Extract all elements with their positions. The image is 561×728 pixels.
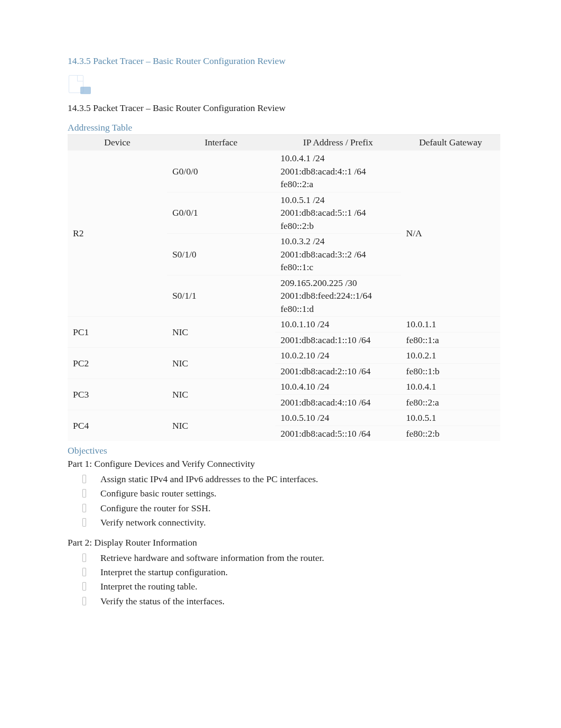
list-item: Interpret the routing table. — [68, 580, 500, 593]
iface-cell: S0/1/1 — [167, 275, 275, 317]
gateway-cell: 10.0.2.1 — [401, 348, 500, 364]
ip-cell: 10.0.1.10 /24 — [275, 317, 401, 333]
ip-cell: 2001:db8:acad:4::10 /64 — [275, 394, 401, 410]
ip-cell: 2001:db8:acad:1::10 /64 — [275, 332, 401, 348]
table-row: PC1 NIC 10.0.1.10 /24 10.0.1.1 — [68, 317, 500, 333]
iface-cell: NIC — [167, 317, 275, 348]
addressing-table-heading: Addressing Table — [68, 122, 500, 133]
ip-line: 2001:db8:acad:5::1 /64 — [280, 206, 396, 219]
gateway-cell: 10.0.4.1 — [401, 379, 500, 395]
list-item: Verify network connectivity. — [68, 516, 500, 529]
gateway-cell: 10.0.1.1 — [401, 317, 500, 333]
document-icon-wrap — [68, 74, 500, 95]
objectives-heading: Objectives — [68, 445, 500, 456]
document-page: 14.3.5 Packet Tracer – Basic Router Conf… — [0, 0, 561, 647]
list-item: Configure basic router settings. — [68, 487, 500, 500]
ip-cell: 10.0.5.10 /24 — [275, 410, 401, 426]
ip-line: fe80::1:d — [280, 302, 396, 316]
device-cell: PC2 — [68, 348, 167, 379]
ip-cell: 209.165.200.225 /30 2001:db8:feed:224::1… — [275, 275, 401, 317]
ip-cell: 10.0.2.10 /24 — [275, 348, 401, 364]
gateway-cell: fe80::1:b — [401, 363, 500, 379]
ip-line: fe80::1:c — [280, 261, 396, 274]
subtitle: 14.3.5 Packet Tracer – Basic Router Conf… — [68, 103, 500, 114]
ip-cell: 10.0.3.2 /24 2001:db8:acad:3::2 /64 fe80… — [275, 234, 401, 275]
ip-line: 2001:db8:acad:4::1 /64 — [280, 165, 396, 178]
iface-cell: G0/0/1 — [167, 192, 275, 234]
list-item: Configure the router for SSH. — [68, 502, 500, 515]
part1-list: Assign static IPv4 and IPv6 addresses to… — [68, 473, 500, 530]
list-item: Retrieve hardware and software informati… — [68, 551, 500, 565]
ip-cell: 10.0.4.10 /24 — [275, 379, 401, 395]
iface-cell: NIC — [167, 379, 275, 410]
device-cell: PC1 — [68, 317, 167, 348]
device-cell: R2 — [68, 151, 167, 317]
gateway-cell: N/A — [401, 151, 500, 317]
ip-line: 2001:db8:feed:224::1/64 — [280, 289, 396, 302]
page-title-link[interactable]: 14.3.5 Packet Tracer – Basic Router Conf… — [68, 56, 500, 67]
ip-cell: 2001:db8:acad:2::10 /64 — [275, 363, 401, 379]
list-item: Verify the status of the interfaces. — [68, 595, 500, 608]
iface-cell: NIC — [167, 410, 275, 441]
addressing-table: Device Interface IP Address / Prefix Def… — [68, 134, 500, 441]
th-device: Device — [68, 135, 167, 151]
gateway-cell: fe80::2:a — [401, 394, 500, 410]
iface-cell: G0/0/0 — [167, 151, 275, 192]
ip-cell: 2001:db8:acad:5::10 /64 — [275, 426, 401, 441]
part2-label: Part 2: Display Router Information — [68, 537, 500, 548]
ip-cell: 10.0.5.1 /24 2001:db8:acad:5::1 /64 fe80… — [275, 192, 401, 234]
th-gateway: Default Gateway — [401, 135, 500, 151]
list-item: Assign static IPv4 and IPv6 addresses to… — [68, 473, 500, 486]
ip-line: fe80::2:b — [280, 219, 396, 233]
table-row: PC4 NIC 10.0.5.10 /24 10.0.5.1 — [68, 410, 500, 426]
document-icon — [68, 74, 92, 95]
table-row: PC2 NIC 10.0.2.10 /24 10.0.2.1 — [68, 348, 500, 364]
table-row: PC3 NIC 10.0.4.10 /24 10.0.4.1 — [68, 379, 500, 395]
gateway-cell: fe80::2:b — [401, 426, 500, 441]
ip-line: 10.0.4.1 /24 — [280, 152, 396, 165]
table-row: R2 G0/0/0 10.0.4.1 /24 2001:db8:acad:4::… — [68, 151, 500, 192]
table-header-row: Device Interface IP Address / Prefix Def… — [68, 135, 500, 151]
device-cell: PC4 — [68, 410, 167, 441]
ip-line: 2001:db8:acad:3::2 /64 — [280, 248, 396, 261]
th-interface: Interface — [167, 135, 275, 151]
part2-list: Retrieve hardware and software informati… — [68, 551, 500, 609]
ip-cell: 10.0.4.1 /24 2001:db8:acad:4::1 /64 fe80… — [275, 151, 401, 192]
ip-line: 10.0.5.1 /24 — [280, 193, 396, 207]
ip-line: 10.0.3.2 /24 — [280, 235, 396, 248]
ip-line: 209.165.200.225 /30 — [280, 277, 396, 290]
gateway-cell: fe80::1:a — [401, 332, 500, 348]
gateway-cell: 10.0.5.1 — [401, 410, 500, 426]
iface-cell: S0/1/0 — [167, 234, 275, 275]
iface-cell: NIC — [167, 348, 275, 379]
part1-label: Part 1: Configure Devices and Verify Con… — [68, 458, 500, 469]
device-cell: PC3 — [68, 379, 167, 410]
list-item: Interpret the startup configuration. — [68, 566, 500, 579]
ip-line: fe80::2:a — [280, 178, 396, 191]
th-ip: IP Address / Prefix — [275, 135, 401, 151]
